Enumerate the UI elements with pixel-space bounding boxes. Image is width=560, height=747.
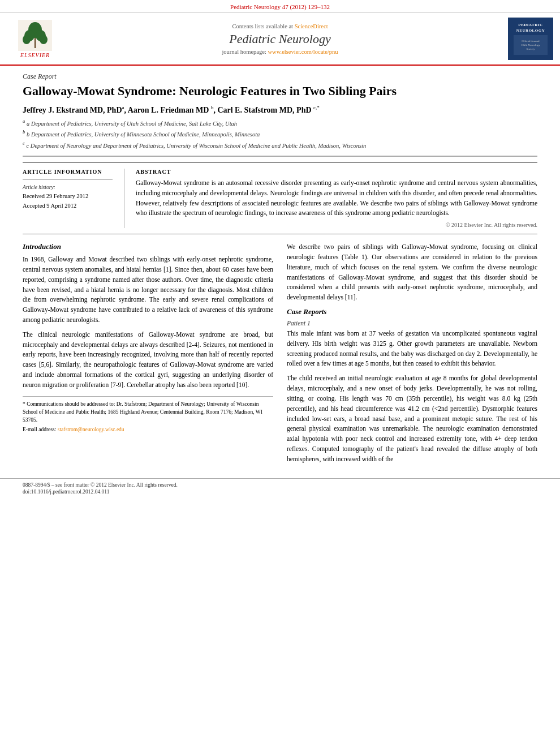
abstract-text: Galloway-Mowat syndrome is an autosomal …	[136, 178, 537, 218]
svg-point-5	[23, 35, 31, 44]
footnote-asterisk: * Communications should be addressed to:…	[23, 400, 273, 424]
article-title: Galloway-Mowat Syndrome: Neurologic Feat…	[23, 83, 537, 99]
journal-header: ELSEVIER Contents lists available at Sci…	[0, 13, 560, 66]
homepage-url[interactable]: www.elsevier.com/locate/pnu	[268, 49, 338, 55]
article-content: Case Report Galloway-Mowat Syndrome: Neu…	[0, 66, 560, 478]
copyright-notice: © 2012 Elsevier Inc. All rights reserved…	[136, 222, 537, 228]
contents-line: Contents lists available at ScienceDirec…	[63, 23, 497, 29]
intro-paragraph-2: The clinical neurologic manifestations o…	[23, 330, 273, 390]
elsevier-wordmark: ELSEVIER	[20, 52, 50, 58]
journal-homepage: journal homepage: www.elsevier.com/locat…	[63, 49, 497, 55]
affiliation-b: b b Department of Pediatrics, University…	[23, 128, 537, 139]
article-type-label: Case Report	[23, 72, 537, 81]
svg-point-6	[40, 35, 48, 44]
divider-after-affiliations	[23, 156, 537, 157]
right-para-1: We describe two pairs of siblings with G…	[287, 242, 537, 303]
abstract-column: ABSTRACT Galloway-Mowat syndrome is an a…	[124, 169, 537, 228]
authors-line: Jeffrey J. Ekstrand MD, PhDa, Aaron L. F…	[23, 105, 537, 115]
history-items: Received 29 February 2012 Accepted 9 Apr…	[23, 192, 113, 211]
abstract-heading: ABSTRACT	[136, 169, 537, 175]
patient1-heading: Patient 1	[287, 320, 537, 327]
affiliation-a: a a Department of Pediatrics, University…	[23, 118, 537, 128]
info-abstract-section: ARTICLE INFORMATION Article history: Rec…	[23, 162, 537, 234]
journal-ref-text: Pediatric Neurology 47 (2012) 129–132	[230, 3, 330, 10]
doi-line: doi:10.1016/j.pediatrneurol.2012.04.011	[23, 489, 537, 495]
intro-heading: Introduction	[23, 242, 273, 251]
patient1-paragraph-2: The child received an initial neurologic…	[287, 374, 537, 464]
issn-line: 0887-8994/$ – see front matter © 2012 El…	[23, 482, 537, 488]
footnote-email: E-mail address: stafstrom@neurology.wisc…	[23, 426, 273, 433]
elsevier-tree-icon	[18, 20, 52, 51]
journal-reference-bar: Pediatric Neurology 47 (2012) 129–132	[0, 0, 560, 13]
article-info-column: ARTICLE INFORMATION Article history: Rec…	[23, 169, 124, 228]
body-columns: Introduction In 1968, Galloway and Mowat…	[23, 242, 537, 469]
journal-center: Contents lists available at ScienceDirec…	[63, 23, 497, 55]
article-info-heading: ARTICLE INFORMATION	[23, 169, 113, 175]
email-address[interactable]: stafstrom@neurology.wisc.edu	[58, 427, 124, 432]
elsevier-logo: ELSEVIER	[7, 20, 63, 58]
left-column: Introduction In 1968, Galloway and Mowat…	[23, 242, 273, 469]
affiliation-c: c c Department of Neurology and Departme…	[23, 140, 537, 150]
case-reports-heading: Case Reports	[287, 307, 537, 316]
received-date: Received 29 February 2012	[23, 192, 113, 201]
info-divider	[23, 179, 113, 180]
patient1-paragraph-1: This male infant was born at 37 weeks of…	[287, 329, 537, 369]
sciencedirect-link[interactable]: ScienceDirect	[295, 23, 328, 29]
history-label: Article history:	[23, 184, 113, 190]
bottom-bar: 0887-8994/$ – see front matter © 2012 El…	[0, 478, 560, 498]
journal-title: Pediatric Neurology	[63, 32, 497, 46]
pn-logo: PEDIATRIC NEUROLOGY Official JournalChil…	[508, 18, 553, 60]
pn-logo-box: PEDIATRIC NEUROLOGY Official JournalChil…	[497, 18, 553, 60]
footnote-area: * Communications should be addressed to:…	[23, 396, 273, 434]
accepted-date: Accepted 9 April 2012	[23, 201, 113, 211]
intro-paragraph-1: In 1968, Galloway and Mowat described tw…	[23, 255, 273, 325]
right-column: We describe two pairs of siblings with G…	[287, 242, 537, 469]
affiliations: a a Department of Pediatrics, University…	[23, 118, 537, 150]
